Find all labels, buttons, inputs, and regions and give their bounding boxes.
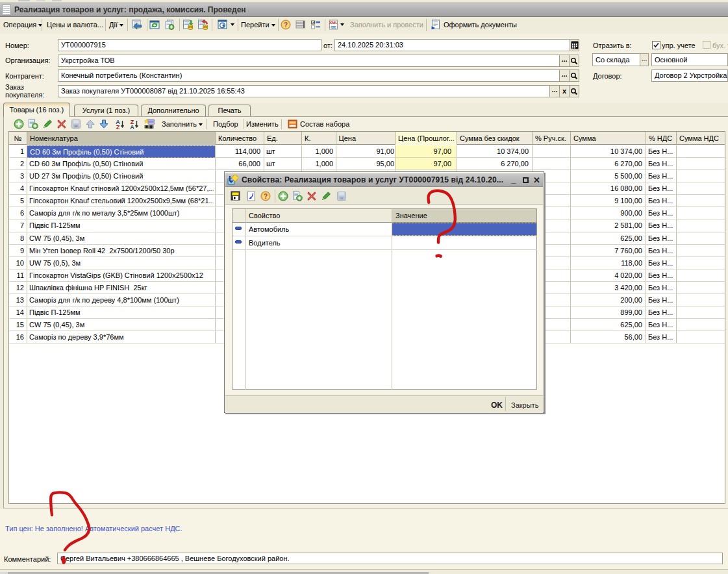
svg-text:Z: Z — [116, 124, 120, 130]
svg-text:A: A — [130, 124, 134, 130]
svg-text:?: ? — [264, 193, 268, 200]
svg-text:ок: ок — [75, 125, 78, 128]
svg-text:XML: XML — [329, 21, 338, 25]
svg-text:?: ? — [284, 21, 288, 29]
